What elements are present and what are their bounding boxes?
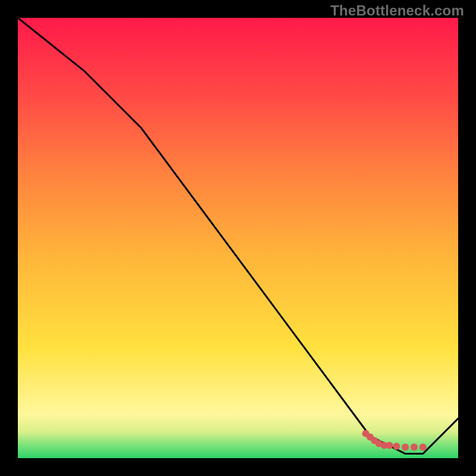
watermark-text: TheBottleneck.com <box>330 2 464 19</box>
plot-background <box>18 18 458 458</box>
marker-dot <box>419 444 427 451</box>
marker-dot <box>402 444 409 451</box>
chart-svg <box>0 0 476 476</box>
marker-dot <box>411 444 418 451</box>
marker-dot <box>386 442 393 449</box>
chart-frame: TheBottleneck.com <box>0 0 476 476</box>
marker-dot <box>393 443 400 450</box>
